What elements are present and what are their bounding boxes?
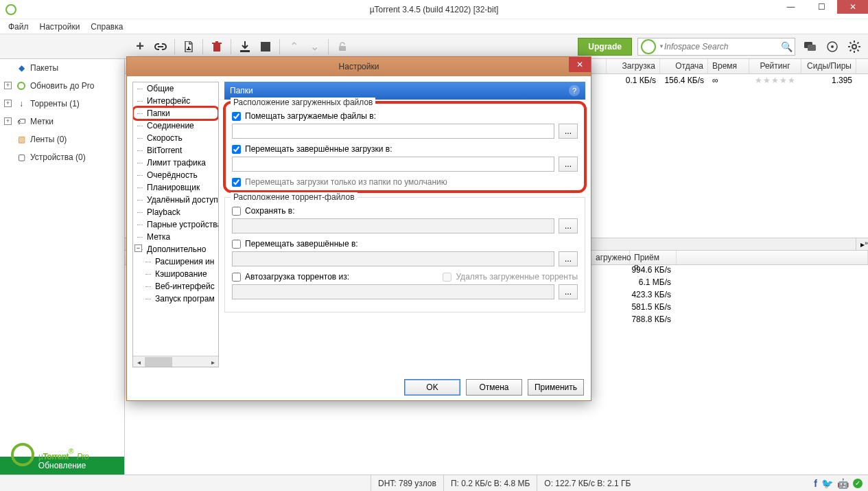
maximize-button[interactable]: ☐ xyxy=(806,0,837,14)
col-seeds-peers[interactable]: Сиды/Пиры xyxy=(801,59,856,73)
tree-ext[interactable]: Расширения ин xyxy=(133,255,218,268)
chk-label: Помещать загружаемые файлы в: xyxy=(245,111,376,121)
menu-settings[interactable]: Настройки xyxy=(34,21,86,33)
group-legend: Расположение загруженных файлов xyxy=(231,98,375,107)
sidebar-item-packets[interactable]: ◆ Пакеты xyxy=(0,59,124,77)
tree-playback[interactable]: Playback xyxy=(133,206,218,218)
dialog-close-button[interactable]: ✕ xyxy=(569,57,591,72)
collapse-icon[interactable]: − xyxy=(134,244,142,252)
expand-icon[interactable]: + xyxy=(4,117,12,125)
sidebar-item-devices[interactable]: ▢ Устройства (0) xyxy=(0,148,124,166)
chk-delete-loaded xyxy=(443,273,451,282)
start-button[interactable] xyxy=(235,37,255,56)
tree-interface[interactable]: Интерфейс xyxy=(133,95,218,107)
menu-file[interactable]: Файл xyxy=(3,21,34,33)
add-url-button[interactable] xyxy=(151,37,170,56)
box-icon: ◆ xyxy=(16,63,26,73)
remote-icon[interactable] xyxy=(823,37,842,56)
facebook-icon[interactable]: f xyxy=(814,478,817,489)
device-icon: ▢ xyxy=(16,152,26,162)
tree-paired[interactable]: Парные устройства xyxy=(133,218,218,231)
detail-col-recv[interactable]: Приём п... xyxy=(630,251,677,264)
tag-icon: 🏷 xyxy=(16,117,26,126)
add-torrent-button[interactable]: + xyxy=(130,37,150,56)
unlock-button[interactable] xyxy=(333,37,352,56)
put-downloading-path[interactable] xyxy=(232,124,554,139)
search-icon[interactable]: 🔍 xyxy=(778,41,795,52)
sidebar-item-pro[interactable]: + Обновить до Pro xyxy=(0,77,124,95)
delete-button[interactable] xyxy=(207,37,226,56)
browse-autoload[interactable]: ... xyxy=(559,284,578,299)
tree-speed[interactable]: Скорость xyxy=(133,132,218,144)
tree-general[interactable]: Общие xyxy=(133,82,218,95)
tree-run[interactable]: Запуск програм xyxy=(133,293,218,305)
chk-label: Перемещать загрузки только из папки по у… xyxy=(245,177,447,187)
tree-advanced[interactable]: − Дополнительно xyxy=(133,243,218,255)
column-picker-button[interactable]: » xyxy=(865,238,868,247)
move-down-button[interactable]: ⌄ xyxy=(305,37,324,56)
tree-connection[interactable]: Соединение xyxy=(133,119,218,132)
move-completed2-path xyxy=(232,251,554,266)
browse-move-completed2[interactable]: ... xyxy=(559,251,578,266)
tree-label[interactable]: Метка xyxy=(133,231,218,243)
create-torrent-button[interactable] xyxy=(179,37,198,56)
save-in-path xyxy=(232,218,554,233)
col-upload[interactable]: Отдача xyxy=(660,59,708,73)
col-time[interactable]: Время xyxy=(708,59,749,73)
browse-move-completed[interactable]: ... xyxy=(559,157,578,172)
android-icon[interactable]: 🤖 xyxy=(837,478,849,489)
status-ok-icon[interactable]: ✓ xyxy=(853,479,863,488)
twitter-icon[interactable]: 🐦 xyxy=(821,478,833,489)
chk-put-downloading[interactable] xyxy=(232,112,241,121)
tree-scheduler[interactable]: Планировщик xyxy=(133,181,218,194)
chk-move-completed2[interactable] xyxy=(232,240,241,249)
tree-scrollbar[interactable]: ◂▸ xyxy=(133,356,218,367)
svg-rect-3 xyxy=(808,45,816,51)
upgrade-button[interactable]: Upgrade xyxy=(578,38,632,56)
menu-help[interactable]: Справка xyxy=(85,21,128,33)
col-download[interactable]: Загрузка xyxy=(607,59,660,73)
browse-save-in[interactable]: ... xyxy=(559,218,578,233)
search-box[interactable]: ▼ 🔍 xyxy=(637,38,795,56)
cell-rating: ★★★★★ xyxy=(749,74,801,89)
menu-bar: Файл Настройки Справка xyxy=(0,19,868,34)
settings-tree[interactable]: Общие Интерфейс Папки Соединение Скорост… xyxy=(132,82,219,367)
cell-time: ∞ xyxy=(708,74,749,89)
move-completed-path[interactable] xyxy=(232,157,554,172)
sidebar-item-feeds[interactable]: ▧ Ленты (0) xyxy=(0,130,124,148)
apply-button[interactable]: Применить xyxy=(528,379,584,396)
chk-move-only-default[interactable] xyxy=(232,178,241,187)
logo-circle-icon xyxy=(11,443,34,466)
chk-move-completed[interactable] xyxy=(232,145,241,154)
col-rating[interactable]: Рейтинг xyxy=(749,59,801,73)
utorrent-small-icon xyxy=(16,81,26,91)
stop-button[interactable] xyxy=(256,37,275,56)
tree-cache[interactable]: Кэширование xyxy=(133,268,218,280)
search-input[interactable] xyxy=(664,42,778,52)
expand-icon[interactable]: + xyxy=(4,100,12,107)
sidebar-label: Пакеты xyxy=(30,63,58,73)
chk-save-in[interactable] xyxy=(232,207,241,216)
tree-queue[interactable]: Очерёдность xyxy=(133,169,218,181)
chat-icon[interactable] xyxy=(801,37,820,56)
close-button[interactable]: ✕ xyxy=(837,0,868,14)
rss-icon: ▧ xyxy=(16,135,26,144)
sidebar-item-labels[interactable]: + 🏷 Метки xyxy=(0,113,124,130)
tree-bittorrent[interactable]: BitTorrent xyxy=(133,144,218,157)
minimize-button[interactable]: — xyxy=(775,0,806,14)
cancel-button[interactable]: Отмена xyxy=(466,379,522,396)
dialog-titlebar[interactable]: Настройки ✕ xyxy=(127,57,591,76)
tree-transfer-cap[interactable]: Лимит трафика xyxy=(133,157,218,169)
chk-autoload[interactable] xyxy=(232,273,241,282)
browse-put-downloading[interactable]: ... xyxy=(559,124,578,139)
tree-folders[interactable]: Папки xyxy=(133,107,218,119)
preferences-icon[interactable] xyxy=(845,37,864,56)
sidebar-item-torrents[interactable]: + ↓ Торренты (1) xyxy=(0,95,124,113)
help-icon[interactable]: ? xyxy=(569,85,580,96)
tree-web[interactable]: Веб-интерфейс xyxy=(133,280,218,293)
detail-col-loaded[interactable]: агружено xyxy=(591,251,630,264)
move-up-button[interactable]: ⌃ xyxy=(284,37,303,56)
ok-button[interactable]: OK xyxy=(404,379,460,396)
expand-icon[interactable]: + xyxy=(4,82,12,89)
tree-remote[interactable]: Удалённый доступ xyxy=(133,194,218,206)
